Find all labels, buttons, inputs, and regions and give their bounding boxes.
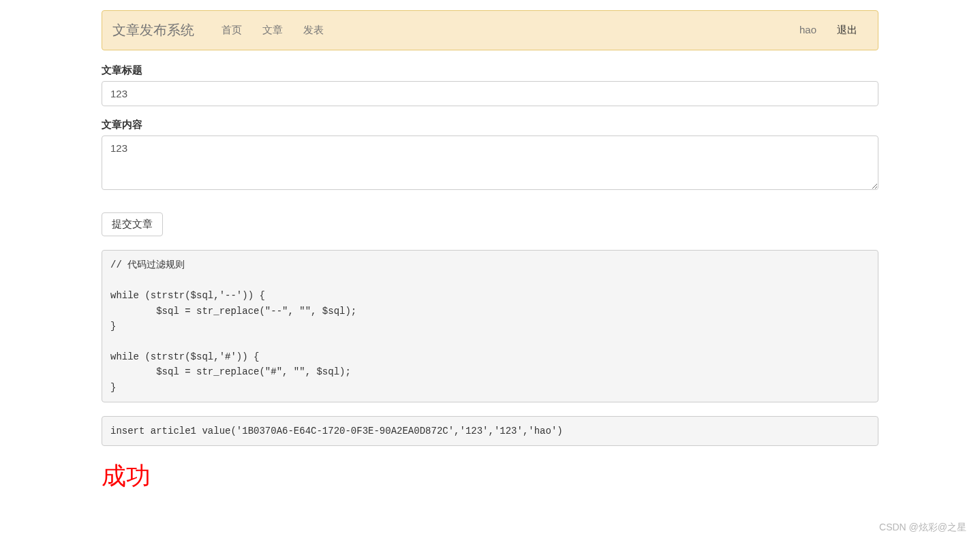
nav-list: 首页 文章 发表 (211, 14, 789, 47)
navbar: 文章发布系统 首页 文章 发表 hao 退出 (102, 10, 878, 50)
nav-username[interactable]: hao (789, 14, 827, 47)
content-textarea[interactable] (102, 136, 878, 190)
nav-item-home[interactable]: 首页 (211, 14, 252, 47)
content-label: 文章内容 (102, 118, 878, 131)
form-group-content: 文章内容 (102, 118, 878, 190)
form-group-title: 文章标题 (102, 64, 878, 106)
sql-output-block: insert article1 value('1B0370A6-E64C-172… (102, 416, 878, 446)
submit-button[interactable]: 提交文章 (102, 212, 163, 236)
title-label: 文章标题 (102, 64, 878, 77)
title-input[interactable] (102, 81, 878, 106)
nav-logout[interactable]: 退出 (827, 14, 868, 47)
navbar-brand[interactable]: 文章发布系统 (112, 11, 204, 50)
nav-right: hao 退出 (789, 14, 868, 47)
code-filter-block: // 代码过滤规则 while (strstr($sql,'--')) { $s… (102, 250, 878, 402)
nav-item-articles[interactable]: 文章 (252, 14, 293, 47)
success-message: 成功 (102, 460, 878, 493)
nav-item-publish[interactable]: 发表 (293, 14, 334, 47)
